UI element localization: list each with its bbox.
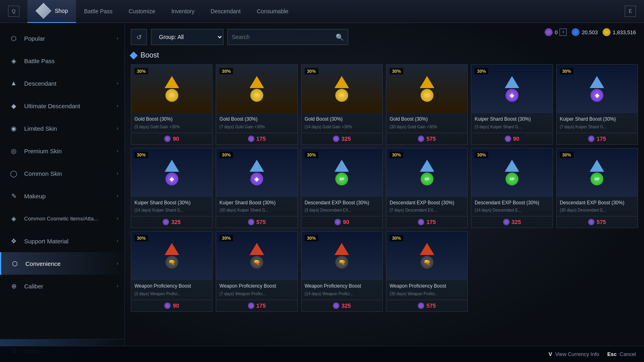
item-info: Kuiper Shard Boost (30%) (30 days) Kuipe… bbox=[216, 197, 297, 216]
makeup-icon: ✎ bbox=[8, 190, 19, 202]
item-image: 30% 🪙 bbox=[301, 65, 382, 113]
nav-inventory[interactable]: Inventory bbox=[163, 0, 203, 23]
sidebar-item-premium-skin[interactable]: ◎ Premium Skin › bbox=[0, 140, 124, 162]
price-icon bbox=[248, 302, 254, 309]
item-price: 575 bbox=[386, 300, 467, 311]
nav-key-e[interactable]: E bbox=[617, 0, 644, 23]
section-title-text: Boost bbox=[140, 51, 159, 60]
item-card[interactable]: 30% 🪙 Gold Boost (30%) (3 days) Gold Gai… bbox=[131, 64, 213, 145]
item-info: Gold Boost (30%) (3 days) Gold Gain +30% bbox=[131, 113, 212, 133]
sidebar-item-cosmetic[interactable]: ◈ Common Cosmetic Items/Atta... › bbox=[0, 207, 124, 230]
nav-descendant[interactable]: Descendant bbox=[202, 0, 249, 23]
nav-battle-pass-label: Battle Pass bbox=[84, 8, 113, 14]
sidebar-item-limited-skin[interactable]: ◉ Limited Skin › bbox=[0, 117, 124, 140]
cancel-key: Esc bbox=[607, 351, 617, 357]
sidebar-item-battle-pass[interactable]: ◈ Battle Pass bbox=[0, 49, 124, 72]
nav-shop[interactable]: Shop bbox=[27, 0, 76, 23]
item-card[interactable]: 30% ◆ Kuiper Shard Boost (30%) (30 days)… bbox=[216, 148, 297, 228]
pct-badge: 30% bbox=[219, 68, 233, 74]
item-name: Gold Boost (30%) bbox=[134, 116, 209, 123]
descendant-arrow-icon: › bbox=[117, 80, 118, 86]
e-key: E bbox=[625, 6, 636, 17]
pct-badge: 30% bbox=[134, 152, 148, 158]
sidebar-item-support-material[interactable]: ❖ Support Material › bbox=[0, 230, 124, 252]
pct-badge: 30% bbox=[305, 68, 318, 74]
sidebar-item-ultimate-descendant[interactable]: ◆ Ultimate Descendant › bbox=[0, 95, 124, 117]
sidebar-label-caliber: Caliber bbox=[24, 283, 43, 290]
item-image: 30% ◆ bbox=[216, 148, 297, 197]
item-card[interactable]: 30% XP Descendant EXP Boost (30%) (30 da… bbox=[556, 148, 638, 228]
item-desc: (3 days) Weapon Profici... bbox=[134, 291, 209, 296]
nav-customize[interactable]: Customize bbox=[121, 0, 163, 23]
item-card[interactable]: 30% 🪙 Gold Boost (30%) (14 days) Gold Ga… bbox=[301, 64, 383, 145]
item-card[interactable]: 30% XP Descendant EXP Boost (30%) (14 da… bbox=[471, 148, 553, 228]
item-card[interactable]: 30% 🪙 Gold Boost (30%) (30 days) Gold Ga… bbox=[386, 64, 468, 145]
item-card[interactable]: 30% 🔫 Weapon Proficiency Boost (30 days)… bbox=[386, 231, 468, 312]
item-name: Descendant EXP Boost (30%) bbox=[560, 200, 634, 206]
sidebar-item-common-skin[interactable]: ◯ Common Skin › bbox=[0, 162, 124, 185]
item-desc: (7 days) Gold Gain +30% bbox=[219, 124, 294, 130]
item-price: 90 bbox=[301, 216, 382, 228]
sidebar-spacer bbox=[0, 297, 124, 339]
nav-inventory-label: Inventory bbox=[171, 8, 195, 14]
support-material-arrow-icon: › bbox=[117, 238, 118, 244]
currency-row: 0 + 20,503 1,833,516 bbox=[545, 28, 636, 36]
top-nav: Q Shop Battle Pass Customize Inventory D… bbox=[0, 0, 644, 23]
item-name: Weapon Proficiency Boost bbox=[390, 283, 464, 290]
purple-plus-button[interactable]: + bbox=[559, 29, 567, 36]
popular-icon: ⬡ bbox=[8, 33, 19, 44]
item-card[interactable]: 30% ◆ Kuiper Shard Boost (30%) (3 days) … bbox=[471, 64, 553, 145]
item-name: Weapon Proficiency Boost bbox=[134, 283, 209, 290]
search-input[interactable] bbox=[232, 34, 332, 40]
item-price: 325 bbox=[301, 133, 382, 144]
sidebar-item-descendant[interactable]: ▲ Descendant › bbox=[0, 72, 124, 95]
nav-customize-label: Customize bbox=[129, 8, 155, 14]
group-select[interactable]: Group: All bbox=[151, 29, 223, 45]
item-desc: (14 days) Kuiper Shard G... bbox=[134, 208, 209, 213]
item-image: 30% 🔫 bbox=[216, 232, 297, 280]
search-icon[interactable]: 🔍 bbox=[336, 33, 344, 41]
item-card[interactable]: 30% 🪙 Gold Boost (30%) (7 days) Gold Gai… bbox=[216, 64, 297, 145]
item-info: Weapon Proficiency Boost (30 days) Weapo… bbox=[386, 280, 467, 300]
descendant-icon: ▲ bbox=[8, 78, 19, 89]
price-icon bbox=[588, 136, 594, 142]
nav-key-q[interactable]: Q bbox=[0, 0, 27, 23]
price-icon bbox=[248, 136, 254, 142]
sidebar-item-caliber[interactable]: ⊕ Caliber › bbox=[0, 275, 124, 297]
blue-value: 20,503 bbox=[582, 29, 598, 35]
price-icon bbox=[163, 219, 169, 225]
price-icon bbox=[418, 136, 424, 142]
nav-battle-pass[interactable]: Battle Pass bbox=[76, 0, 121, 23]
sidebar-label-support-material: Support Material bbox=[24, 238, 68, 245]
item-name: Kuiper Shard Boost (30%) bbox=[560, 116, 634, 123]
item-name: Kuiper Shard Boost (30%) bbox=[475, 116, 549, 123]
pct-badge: 30% bbox=[219, 152, 233, 158]
popular-arrow-icon: › bbox=[117, 35, 118, 41]
item-card[interactable]: 30% XP Descendant EXP Boost (30%) (3 day… bbox=[301, 148, 383, 228]
item-info: Weapon Proficiency Boost (14 days) Weapo… bbox=[301, 280, 382, 300]
refresh-button[interactable]: ↺ bbox=[131, 29, 147, 45]
price-value: 575 bbox=[426, 136, 436, 142]
sidebar-label-limited-skin: Limited Skin bbox=[24, 125, 57, 132]
item-card[interactable]: 30% 🔫 Weapon Proficiency Boost (14 days)… bbox=[301, 231, 383, 312]
nav-descendant-label: Descendant bbox=[211, 8, 241, 14]
sidebar-item-convenience[interactable]: ⬡ Convenience › bbox=[0, 252, 124, 275]
content-area: ↺ Group: All 🔍 Boost 30% 🪙 bbox=[125, 23, 644, 362]
item-desc: (30 days) Weapon Profici... bbox=[390, 291, 464, 296]
sidebar-item-popular[interactable]: ⬡ Popular › bbox=[0, 27, 124, 49]
item-card[interactable]: 30% 🔫 Weapon Proficiency Boost (7 days) … bbox=[216, 231, 297, 312]
item-name: Descendant EXP Boost (30%) bbox=[475, 200, 549, 206]
item-card[interactable]: 30% ◆ Kuiper Shard Boost (30%) (7 days) … bbox=[556, 64, 638, 145]
sidebar-label-popular: Popular bbox=[24, 35, 45, 42]
item-card[interactable]: 30% XP Descendant EXP Boost (30%) (7 day… bbox=[386, 148, 468, 228]
common-skin-arrow-icon: › bbox=[117, 171, 118, 176]
item-image: 30% 🔫 bbox=[386, 232, 467, 280]
item-card[interactable]: 30% ◆ Kuiper Shard Boost (30%) (14 days)… bbox=[131, 148, 213, 228]
item-info: Descendant EXP Boost (30%) (30 days) Des… bbox=[557, 197, 638, 216]
item-desc: (3 days) Descendant EX... bbox=[305, 208, 379, 213]
item-info: Gold Boost (30%) (30 days) Gold Gain +30… bbox=[386, 113, 467, 133]
sidebar-item-makeup[interactable]: ✎ Makeup › bbox=[0, 185, 124, 207]
nav-consumable[interactable]: Consumable bbox=[249, 0, 297, 23]
section-title: Boost bbox=[131, 51, 638, 60]
item-card[interactable]: 30% 🔫 Weapon Proficiency Boost (3 days) … bbox=[131, 231, 213, 312]
